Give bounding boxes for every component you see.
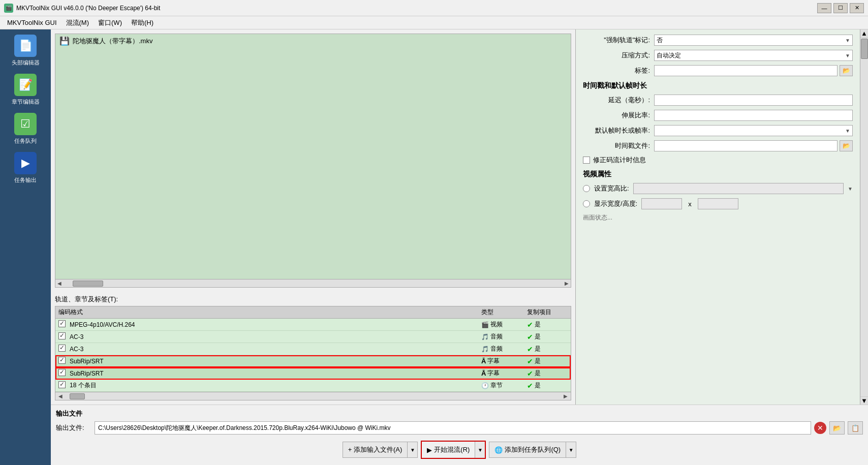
th-codec: 编码格式 [58,308,481,317]
add-queue-label: 添加到任务队列(Q) [505,445,561,454]
track-row-highlighted-1[interactable]: SubRip/SRT Ā字幕 ✔是 [55,355,571,367]
subtitle-icon-1: Ā [481,357,486,365]
window-controls[interactable]: — ☐ ✕ [817,3,864,13]
track-copy-6: ✔是 [527,381,568,390]
tag-input[interactable] [654,65,838,76]
track-row[interactable]: AC-3 🎵音频 ✔是 [55,331,571,343]
copy-check-1: ✔ [527,321,533,329]
clear-output-button[interactable]: ✕ [814,422,826,434]
force-track-row: "强制轨道"标记: 否 ▼ [583,35,853,46]
compression-select[interactable]: 自动决定 ▼ [654,50,853,61]
aspect-ratio-input[interactable] [633,183,844,194]
stretch-row: 伸展比率: [583,110,853,121]
add-input-button[interactable]: + 添加输入文件(A) [343,442,408,458]
add-queue-button[interactable]: 🌐 添加到任务队列(Q) [489,442,566,458]
delay-input[interactable] [654,95,853,106]
menu-help[interactable]: 帮助(H) [127,17,158,28]
aspect-ratio-row: 设置宽高比: ▼ [583,183,853,194]
sidebar-item-chapter-editor[interactable]: 📝 章节编辑器 [3,71,48,109]
aspect-ratio-radio[interactable] [583,185,590,192]
track-type-2: 🎵音频 [481,332,527,341]
menu-mix[interactable]: 混流(M) [62,17,94,28]
fix-bitstream-row: 修正码流计时信息 [583,156,853,165]
track-checkbox-1[interactable] [58,320,70,329]
file-list-scrollbar-h[interactable]: ◀ ▶ [55,279,571,287]
copy-check-6: ✔ [527,382,533,390]
display-height-input[interactable] [698,198,738,209]
right-panel-scrollbar[interactable]: ▲ ▼ [860,29,868,405]
top-section: 💾 陀地驱魔人（带字幕）.mkv ◀ ▶ 轨道、章节及标签(T): [51,29,868,405]
force-track-value[interactable]: 否 ▼ [654,35,853,46]
output-file-input[interactable] [95,421,811,435]
file-item[interactable]: 💾 陀地驱魔人（带字幕）.mkv [55,34,571,48]
track-type-4: Ā字幕 [481,357,527,365]
track-table-scrollbar[interactable]: ◀ ▶ [55,392,571,400]
scrollbar-v-thumb[interactable] [861,39,868,59]
sidebar: 📄 头部编辑器 📝 章节编辑器 ☑ 任务队列 ▶ 任务输出 [0,29,51,465]
track-codec-5: SubRip/SRT [70,370,481,377]
track-checkbox-2[interactable] [58,332,70,341]
maximize-button[interactable]: ☐ [833,3,848,13]
close-button[interactable]: ✕ [850,3,864,13]
track-copy-2: ✔是 [527,332,568,341]
track-checkbox-5[interactable] [58,369,70,378]
timestamp-file-input[interactable] [654,140,838,151]
copy-check-4: ✔ [527,357,533,365]
sidebar-item-header-editor[interactable]: 📄 头部编辑器 [3,32,48,70]
add-input-dropdown[interactable]: ▼ [408,442,418,458]
scroll-up-arrow[interactable]: ▲ [860,29,868,38]
sidebar-item-task-queue[interactable]: ☑ 任务队列 [3,110,48,148]
tag-label: 标签: [583,66,654,75]
output-copy-button[interactable]: 📋 [848,421,863,435]
tag-row: 标签: 📂 [583,65,853,76]
track-scroll-left[interactable]: ◀ [57,393,64,399]
track-row[interactable]: MPEG-4p10/AVC/H.264 🎬视频 ✔是 [55,319,571,331]
copy-check-2: ✔ [527,333,533,341]
scrollbar-thumb-h[interactable] [73,281,103,287]
timing-section-title: 时间戳和默认帧时长 [583,81,853,90]
stretch-input[interactable] [654,110,853,121]
sidebar-label-chapter-editor: 章节编辑器 [12,98,40,106]
force-track-select[interactable]: 否 ▼ [654,35,853,46]
output-browse-button[interactable]: 📂 [829,421,845,435]
fix-bitstream-checkbox[interactable] [583,157,590,164]
compression-value[interactable]: 自动决定 ▼ [654,50,853,61]
scroll-left-arrow[interactable]: ◀ [56,281,63,286]
track-scrollbar-thumb[interactable] [70,393,85,399]
scroll-right-arrow[interactable]: ▶ [564,281,570,286]
chapter-icon: 🕐 [481,382,489,389]
copy-check-5: ✔ [527,369,533,378]
add-queue-dropdown[interactable]: ▼ [566,442,576,458]
video-icon: 🎬 [481,321,489,328]
track-row[interactable]: 18 个条目 🕐章节 ✔是 [55,380,571,392]
track-row[interactable]: AC-3 🎵音频 ✔是 [55,343,571,355]
tag-browse-button[interactable]: 📂 [840,65,853,76]
add-queue-group: 🌐 添加到任务队列(Q) ▼ [489,442,576,458]
file-icon: 💾 [59,36,70,46]
track-row-highlighted-2[interactable]: SubRip/SRT Ā字幕 ✔是 [55,367,571,380]
track-scroll-right[interactable]: ▶ [563,393,569,399]
start-mux-button[interactable]: ▶ 开始混流(R) [422,442,475,458]
bottom-section: 输出文件 输出文件: ✕ 📂 📋 + 添加输入文件(A) ▼ ▶ [51,405,868,465]
file-name: 陀地驱魔人（带字幕）.mkv [73,37,152,46]
delay-label: 延迟（毫秒）: [583,96,654,105]
minimize-button[interactable]: — [817,3,831,13]
copy-check-3: ✔ [527,345,533,353]
track-codec-3: AC-3 [70,346,481,353]
sidebar-item-task-output[interactable]: ▶ 任务输出 [3,149,48,187]
start-mux-label: 开始混流(R) [434,445,470,454]
track-checkbox-6[interactable] [58,381,70,390]
display-wh-radio[interactable] [583,200,590,207]
track-checkbox-3[interactable] [58,345,70,353]
menu-window[interactable]: 窗口(W) [94,17,126,28]
default-duration-value[interactable]: ▼ [654,125,853,136]
timestamp-browse-button[interactable]: 📂 [840,140,853,151]
menu-app[interactable]: MKVToolNix GUI [3,18,61,27]
display-width-input[interactable] [641,198,682,209]
track-checkbox-4[interactable] [58,357,70,365]
delay-row: 延迟（毫秒）: [583,95,853,106]
scroll-down-arrow[interactable]: ▼ [860,396,868,405]
track-type-6: 🕐章节 [481,381,527,390]
start-mux-dropdown[interactable]: ▼ [475,442,485,458]
default-duration-select[interactable]: ▼ [654,125,853,136]
